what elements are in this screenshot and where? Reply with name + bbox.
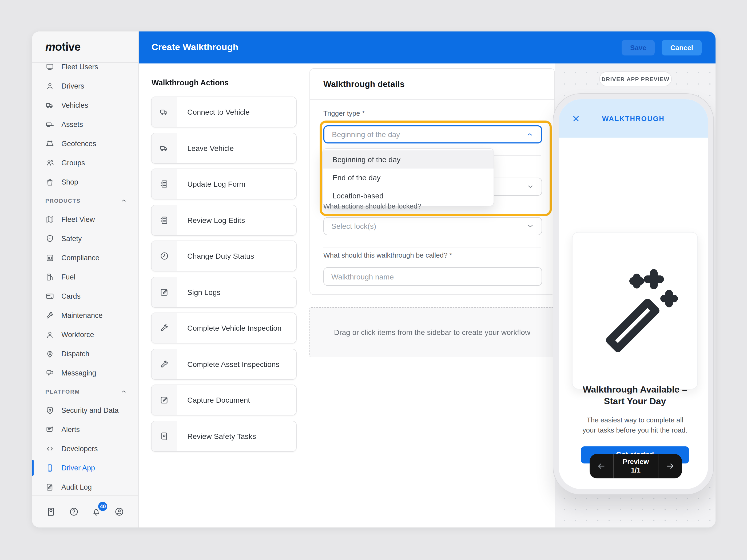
truck-icon — [159, 107, 169, 117]
app-root: motive Fleet UsersDriversVehiclesAssetsG… — [0, 0, 747, 560]
sidebar-item-maintenance[interactable]: Maintenance — [32, 305, 138, 325]
phone-mockup: WALKTHROUGH Walkthrough Available – Star… — [553, 93, 714, 495]
walkthrough-name-input[interactable] — [323, 267, 542, 286]
sidebar-item-label: Security and Data — [61, 406, 119, 414]
sidebar-item-label: Shop — [61, 178, 78, 186]
sidebar-item-label: Cards — [61, 292, 81, 300]
notebook-icon — [159, 179, 169, 189]
geofence-icon — [45, 139, 54, 148]
action-card-leave-vehicle[interactable]: Leave Vehicle — [151, 133, 297, 164]
top-bar: Create Walkthrough Save Cancel — [138, 31, 716, 63]
logo-area: motive — [32, 31, 138, 63]
notifications-button[interactable]: 40 — [92, 507, 102, 517]
code-icon — [45, 444, 54, 453]
sidebar-item-assets[interactable]: Assets — [32, 115, 138, 134]
sidebar-item-drivers[interactable]: Drivers — [32, 76, 138, 96]
action-icon-cell — [152, 205, 177, 235]
action-card-review-safety-tasks[interactable]: Review Safety Tasks — [151, 421, 297, 452]
walkthrough-card-body: The easiest way to complete all your tas… — [581, 415, 689, 436]
sidebar-item-fleet-users[interactable]: Fleet Users — [32, 63, 138, 76]
workflow-dropzone[interactable]: Drag or click items from the sidebar to … — [309, 307, 555, 357]
action-card-update-log-form[interactable]: Update Log Form — [151, 168, 297, 199]
wrench-icon — [45, 311, 54, 320]
bag-icon — [45, 177, 54, 186]
people-icon — [45, 158, 54, 167]
sidebar-item-vehicles[interactable]: Vehicles — [32, 96, 138, 115]
sidebar-item-messaging[interactable]: Messaging — [32, 363, 138, 382]
trigger-type-select[interactable]: Beginning of the day — [323, 125, 542, 143]
action-label: Capture Document — [187, 396, 250, 404]
help-icon[interactable] — [69, 507, 79, 517]
walkthrough-available-card: Walkthrough Available – Start Your Day T… — [572, 232, 698, 389]
action-card-complete-vehicle-inspection[interactable]: Complete Vehicle Inspection — [151, 313, 297, 344]
sidebar-item-label: Dispatch — [61, 350, 89, 357]
notification-badge: 40 — [97, 501, 108, 512]
action-card-complete-asset-inspections[interactable]: Complete Asset Inspections — [151, 349, 297, 380]
sidebar-item-groups[interactable]: Groups — [32, 153, 138, 172]
sidebar-section-platform[interactable]: PLATFORM — [32, 382, 138, 401]
phone-icon — [45, 463, 54, 472]
preview-prev-button[interactable] — [590, 454, 613, 478]
chevron-down-icon — [526, 222, 534, 230]
action-icon-cell — [152, 349, 177, 379]
sidebar-item-shop[interactable]: Shop — [32, 172, 138, 191]
save-button[interactable]: Save — [622, 40, 655, 55]
action-icon-cell — [152, 277, 177, 307]
sidebar-item-cards[interactable]: Cards — [32, 286, 138, 305]
account-icon[interactable] — [114, 507, 124, 517]
dropdown-option-end-of-the-day[interactable]: End of the day — [323, 168, 494, 187]
sidebar-item-label: Vehicles — [61, 101, 88, 109]
phone-screen-header: WALKTHROUGH — [559, 99, 708, 138]
sidebar-item-safety[interactable]: Safety — [32, 229, 138, 248]
action-card-change-duty-status[interactable]: Change Duty Status — [151, 241, 297, 271]
trigger-type-dropdown: Beginning of the dayEnd of the dayLocati… — [322, 148, 494, 206]
action-icon-cell — [152, 421, 177, 451]
page-title: Create Walkthrough — [152, 42, 238, 53]
close-icon[interactable] — [571, 114, 581, 123]
person-icon — [45, 330, 54, 339]
action-label: Sign Logs — [187, 288, 221, 296]
wrench-icon — [159, 323, 169, 333]
sidebar-section-products[interactable]: PRODUCTS — [32, 191, 138, 210]
phone-screen-title: WALKTHROUGH — [559, 114, 708, 123]
doc-bell-icon — [45, 425, 54, 434]
sidebar-item-security-and-data[interactable]: Security and Data — [32, 401, 138, 420]
sidebar-item-label: Audit Log — [61, 483, 92, 491]
sidebar-nav: Fleet UsersDriversVehiclesAssetsGeofence… — [32, 63, 138, 495]
sidebar-item-developers[interactable]: Developers — [32, 439, 138, 458]
shield-dot-icon — [45, 234, 54, 243]
dropdown-option-beginning-of-the-day[interactable]: Beginning of the day — [323, 151, 494, 168]
sidebar-item-workforce[interactable]: Workforce — [32, 325, 138, 344]
sidebar-item-dispatch[interactable]: Dispatch — [32, 344, 138, 363]
action-card-review-log-edits[interactable]: Review Log Edits — [151, 205, 297, 236]
changelog-icon[interactable] — [46, 507, 56, 517]
sidebar-item-driver-app[interactable]: Driver App — [32, 458, 138, 477]
sidebar-item-geofences[interactable]: Geofences — [32, 134, 138, 153]
cancel-button[interactable]: Cancel — [662, 40, 702, 55]
sidebar-item-label: Developers — [61, 445, 98, 453]
action-card-connect-to-vehicle[interactable]: Connect to Vehicle — [151, 97, 297, 128]
action-card-sign-logs[interactable]: Sign Logs — [151, 277, 297, 308]
sidebar-item-fuel[interactable]: Fuel — [32, 267, 138, 286]
sidebar-item-audit-log[interactable]: Audit Log — [32, 477, 138, 495]
action-card-capture-document[interactable]: Capture Document — [151, 384, 297, 416]
locks-select[interactable]: Select lock(s) — [323, 217, 542, 235]
fuel-icon — [45, 272, 54, 281]
preview-pager: Preview 1/1 — [590, 454, 682, 478]
wrench-icon — [159, 359, 169, 369]
trigger-type-label: Trigger type * — [323, 109, 365, 117]
sidebar-item-label: Workforce — [61, 330, 94, 339]
sidebar-item-fleet-view[interactable]: Fleet View — [32, 210, 138, 229]
action-icon-cell — [152, 97, 177, 127]
sidebar-item-compliance[interactable]: Compliance — [32, 248, 138, 267]
credit-card-icon — [45, 291, 54, 300]
sidebar-item-label: Driver App — [61, 464, 95, 472]
sidebar-item-alerts[interactable]: Alerts — [32, 420, 138, 439]
notebook-icon — [159, 215, 169, 225]
sidebar-item-label: Fleet Users — [61, 63, 98, 71]
sidebar-item-label: Messaging — [61, 369, 96, 377]
action-icon-cell — [152, 385, 177, 415]
sidebar-item-label: Fuel — [61, 273, 76, 281]
preview-next-button[interactable] — [659, 454, 682, 478]
truck-icon — [159, 143, 169, 153]
